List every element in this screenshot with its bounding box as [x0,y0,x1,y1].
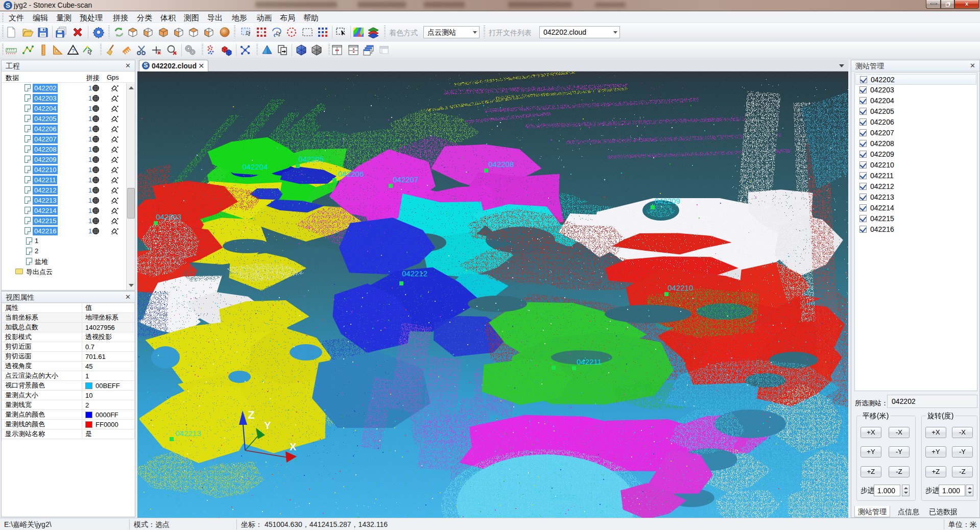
svg-text:X: X [290,441,297,452]
svg-text:Z: Z [248,408,254,421]
svg-text:042203: 042203 [156,212,181,221]
svg-text:042204: 042204 [242,162,268,171]
svg-text:042212: 042212 [402,269,427,278]
svg-text:042206: 042206 [338,170,364,178]
svg-text:042211: 042211 [577,357,602,366]
svg-text:042214: 042214 [551,493,575,501]
svg-text:042209: 042209 [655,197,680,205]
svg-text:042208: 042208 [488,160,514,168]
svg-text:042207: 042207 [393,175,418,184]
svg-text:042210: 042210 [667,283,693,292]
svg-text:042205: 042205 [298,155,324,163]
svg-text:Y: Y [264,420,271,431]
svg-text:042213: 042213 [176,429,201,438]
